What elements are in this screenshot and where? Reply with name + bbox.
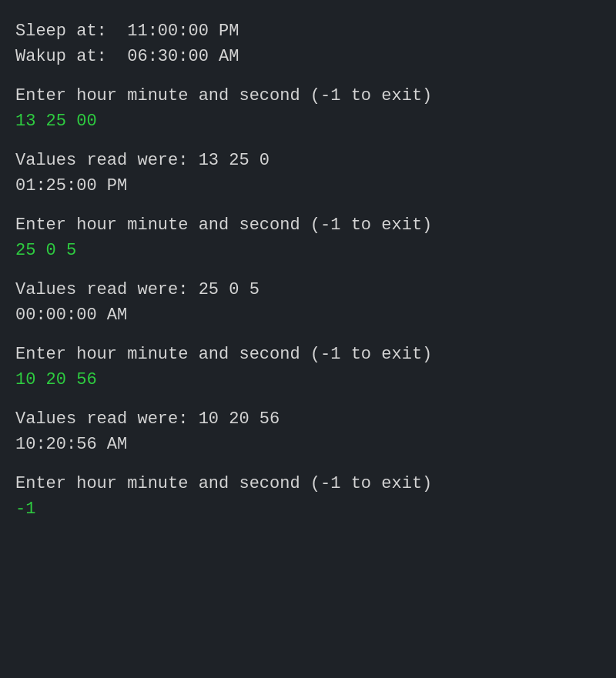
terminal-line-12: Values read were: 25 0 5 <box>15 277 601 302</box>
terminal-line-7: 01:25:00 PM <box>15 173 601 199</box>
terminal-input-4: 13 25 00 <box>15 109 601 134</box>
terminal-input-22: -1 <box>15 496 601 522</box>
terminal-line-1: Wakup at: 06:30:00 AM <box>15 44 601 69</box>
terminal-line-15: Enter hour minute and second (-1 to exit… <box>15 342 601 367</box>
spacer-2 <box>15 69 601 83</box>
terminal-line-21: Enter hour minute and second (-1 to exit… <box>15 471 601 496</box>
terminal-line-0: Sleep at: 11:00:00 PM <box>15 18 601 44</box>
spacer-17 <box>15 392 601 406</box>
terminal-line-6: Values read were: 13 25 0 <box>15 148 601 173</box>
spacer-20 <box>15 457 601 471</box>
spacer-5 <box>15 134 601 148</box>
spacer-14 <box>15 328 601 342</box>
spacer-11 <box>15 263 601 277</box>
terminal-line-3: Enter hour minute and second (-1 to exit… <box>15 83 601 109</box>
terminal-line-19: 10:20:56 AM <box>15 432 601 457</box>
terminal-input-16: 10 20 56 <box>15 367 601 392</box>
terminal-line-9: Enter hour minute and second (-1 to exit… <box>15 212 601 238</box>
spacer-8 <box>15 199 601 212</box>
terminal-line-13: 00:00:00 AM <box>15 302 601 328</box>
terminal-line-18: Values read were: 10 20 56 <box>15 406 601 432</box>
terminal-output: Sleep at: 11:00:00 PMWakup at: 06:30:00 … <box>15 18 601 522</box>
terminal-input-10: 25 0 5 <box>15 238 601 263</box>
